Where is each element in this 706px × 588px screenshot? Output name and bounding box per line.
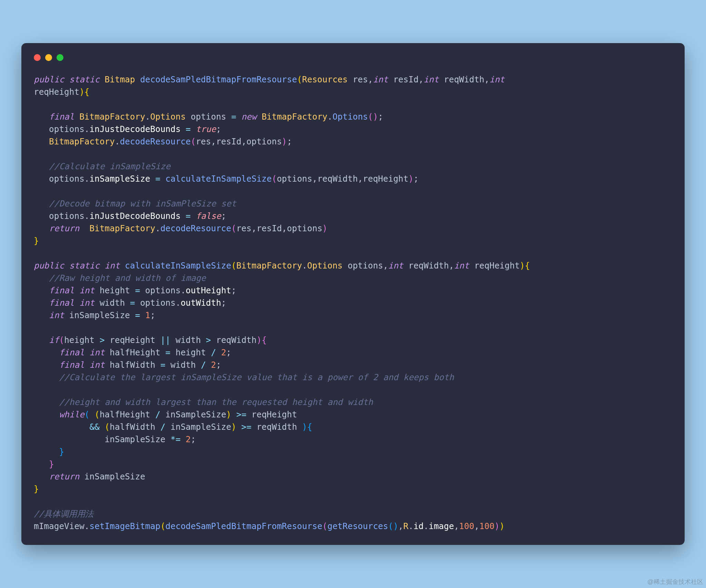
code-token: final <box>49 285 74 295</box>
code-token: static <box>69 74 100 84</box>
code-token <box>94 335 100 345</box>
code-token: final <box>59 360 84 370</box>
code-token <box>34 112 49 122</box>
code-token: reqWidth <box>444 74 484 84</box>
code-token <box>94 298 100 308</box>
code-token <box>236 112 241 122</box>
code-token: ; <box>378 112 383 122</box>
code-token: ( <box>388 521 393 531</box>
code-token <box>34 459 49 469</box>
code-token: ) <box>500 521 505 531</box>
code-token: mImageView <box>34 521 84 531</box>
code-token <box>191 211 196 221</box>
code-token <box>347 74 353 84</box>
code-token: , <box>484 74 490 84</box>
code-token <box>34 409 59 419</box>
code-token: BitmapFactory <box>79 112 145 122</box>
code-token <box>181 124 186 134</box>
code-token: halfWidth <box>110 360 155 370</box>
code-token <box>94 285 100 295</box>
code-token <box>160 347 165 357</box>
code-token: res <box>196 136 211 146</box>
code-token: 2 <box>221 347 226 357</box>
code-token: //Raw height and width of image <box>49 273 206 283</box>
code-token <box>216 347 221 357</box>
code-token: ; <box>216 360 221 370</box>
code-token: options <box>49 174 84 184</box>
zoom-icon[interactable] <box>57 54 63 61</box>
code-token: return <box>49 223 79 233</box>
code-token: public <box>34 261 64 271</box>
code-token: height <box>64 335 94 345</box>
code-token: options <box>347 261 383 271</box>
code-token: = <box>165 347 171 357</box>
code-window: public static Bitmap decodeSamPledBitmap… <box>21 43 685 545</box>
code-token: ( <box>191 136 196 146</box>
code-token <box>388 74 393 84</box>
code-token: decodeResource <box>160 223 231 233</box>
close-icon[interactable] <box>34 54 41 61</box>
code-token: decodeSamPledBitmapFromResourse <box>165 521 322 531</box>
code-token: res <box>353 74 368 84</box>
code-token: , <box>474 521 480 531</box>
code-token: Resources <box>302 74 347 84</box>
code-token: } <box>34 236 39 246</box>
code-token: resId <box>256 223 282 233</box>
code-token <box>251 422 256 432</box>
code-token <box>165 360 171 370</box>
code-token: Options <box>307 261 343 271</box>
code-token: height <box>175 347 206 357</box>
code-token: . <box>175 298 181 308</box>
code-token <box>135 74 140 84</box>
code-token <box>90 409 95 419</box>
code-token: //Calculate the largest inSampleSize val… <box>59 372 454 382</box>
minimize-icon[interactable] <box>45 54 52 61</box>
code-token <box>160 409 165 419</box>
code-token <box>130 310 135 320</box>
code-token <box>100 74 105 84</box>
code-token <box>84 347 90 357</box>
code-token: ) <box>256 335 262 345</box>
code-token: halfHeight <box>100 409 150 419</box>
code-token: ( <box>105 422 110 432</box>
code-token <box>297 422 302 432</box>
code-token: outHeight <box>186 285 231 295</box>
code-token: , <box>368 74 373 84</box>
code-token <box>140 285 145 295</box>
code-token: setImageBitmap <box>90 521 161 531</box>
code-token: . <box>181 285 186 295</box>
code-token <box>34 397 59 407</box>
code-block: public static Bitmap decodeSamPledBitmap… <box>34 73 672 533</box>
code-token: >= <box>236 409 246 419</box>
code-token: getResources <box>327 521 388 531</box>
code-token: options <box>49 124 84 134</box>
code-token: { <box>307 422 312 432</box>
code-token: ) <box>409 174 414 184</box>
code-token: = <box>135 285 140 295</box>
code-token: ( <box>59 335 64 345</box>
code-token: halfWidth <box>110 422 155 432</box>
code-token: outWidth <box>181 298 221 308</box>
code-token <box>34 199 49 209</box>
code-token: reqWidth <box>256 422 297 432</box>
code-token: ; <box>150 310 155 320</box>
code-token <box>206 347 211 357</box>
code-token <box>403 261 409 271</box>
code-token: new <box>241 112 256 122</box>
code-token: int <box>49 310 64 320</box>
code-token: = <box>155 174 160 184</box>
code-token: //Calculate inSampleSize <box>49 161 170 171</box>
code-token: , <box>398 521 403 531</box>
code-token: ; <box>287 136 292 146</box>
code-token: options <box>49 211 84 221</box>
code-token: while <box>59 409 84 419</box>
code-token: ; <box>191 434 196 444</box>
code-token <box>181 211 186 221</box>
code-token: options <box>140 298 175 308</box>
code-token: { <box>84 87 90 97</box>
code-token <box>100 261 105 271</box>
code-token <box>34 298 49 308</box>
code-token: //具体调用用法 <box>34 509 93 519</box>
code-token <box>469 261 474 271</box>
code-token: . <box>302 261 307 271</box>
